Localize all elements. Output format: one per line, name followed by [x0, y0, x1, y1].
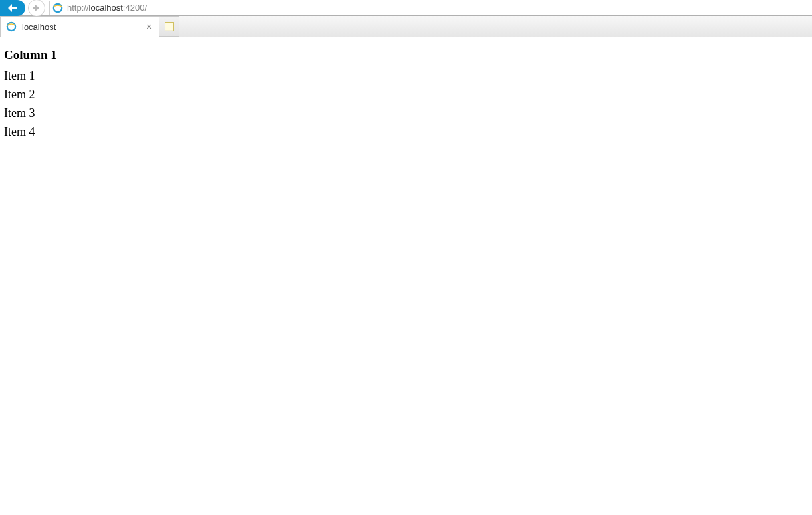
tab-favicon-icon	[6, 21, 17, 32]
tab-localhost[interactable]: localhost ×	[0, 16, 159, 37]
arrow-right-icon	[33, 5, 41, 11]
close-icon: ×	[146, 22, 152, 31]
url-text: http://localhost:4200/	[67, 3, 147, 13]
url-host: localhost	[89, 3, 123, 13]
tab-strip: localhost ×	[0, 16, 812, 37]
ie-logo-icon	[52, 3, 63, 13]
page-content: Column 1 Item 1 Item 2 Item 3 Item 4	[0, 37, 812, 150]
url-suffix: :4200/	[123, 3, 147, 13]
list-item: Item 4	[4, 123, 808, 142]
tab-title: localhost	[22, 22, 139, 32]
list-item: Item 1	[4, 67, 808, 86]
list-item: Item 2	[4, 86, 808, 104]
forward-button[interactable]	[28, 0, 45, 17]
new-tab-icon	[165, 22, 174, 31]
address-bar[interactable]: http://localhost:4200/	[49, 1, 812, 15]
new-tab-button[interactable]	[159, 16, 179, 37]
browser-nav-bar: http://localhost:4200/	[0, 0, 812, 16]
back-button[interactable]	[0, 0, 25, 16]
list-item: Item 3	[4, 104, 808, 123]
column-heading: Column 1	[4, 45, 808, 64]
tab-close-button[interactable]: ×	[144, 22, 153, 31]
arrow-left-icon	[7, 3, 19, 13]
url-prefix: http://	[67, 3, 89, 13]
